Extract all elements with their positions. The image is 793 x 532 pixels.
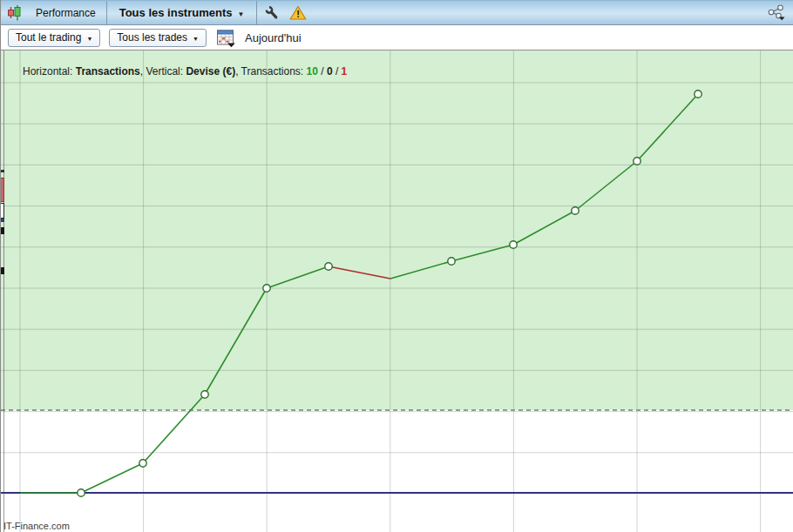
performance-window: Performance Tous les instruments !	[0, 0, 793, 532]
trade-marker	[448, 258, 455, 265]
trade-marker	[695, 91, 702, 98]
chevron-down-icon	[187, 31, 199, 44]
calendar-button[interactable]	[215, 27, 238, 48]
chart-left-border	[3, 51, 4, 532]
trade-marker	[634, 158, 640, 165]
share-button[interactable]	[767, 4, 788, 21]
candlestick-icon	[3, 3, 24, 24]
trade-marker	[78, 489, 85, 496]
wrench-icon	[264, 5, 280, 21]
chevron-down-icon	[233, 6, 245, 19]
window-edge-fragment	[1, 227, 4, 234]
svg-text:!: !	[297, 8, 301, 18]
window-edge-fragment	[1, 178, 4, 202]
window-edge-fragment	[1, 203, 4, 219]
trading-filter-dropdown[interactable]: Tout le trading	[8, 29, 100, 47]
transactions-count-label: Transactions:	[241, 65, 307, 77]
trades-filter-label: Tous les trades	[117, 31, 187, 44]
losses-count: 1	[342, 65, 348, 77]
trade-marker	[139, 460, 146, 467]
share-icon	[767, 4, 788, 21]
instruments-dropdown[interactable]: Tous les instruments	[119, 6, 245, 19]
performance-chart[interactable]: Horizontal: Transactions, Vertical: Devi…	[1, 51, 793, 532]
chart-axis-info: Horizontal: Transactions, Vertical: Devi…	[5, 53, 347, 90]
trade-marker	[510, 241, 517, 248]
settings-wrench-button[interactable]	[261, 3, 282, 24]
vertical-axis-label: Vertical:	[146, 65, 186, 77]
horizontal-axis-label: Horizontal:	[23, 65, 76, 77]
trade-marker	[201, 391, 208, 398]
trade-marker	[325, 263, 332, 270]
warning-icon[interactable]: !	[288, 3, 308, 24]
equity-curve-plot[interactable]	[1, 51, 793, 532]
neutral-count: 0	[327, 65, 333, 77]
vertical-axis-value: Devise (€)	[186, 65, 235, 77]
period-label: Aujourd'hui	[245, 31, 302, 44]
toolbar-separator	[106, 1, 107, 24]
profit-zone	[1, 51, 793, 410]
window-edge-fragment	[1, 267, 4, 274]
window-edge-fragment	[1, 219, 4, 222]
window-edge-fragment	[1, 170, 4, 172]
chevron-down-icon	[227, 43, 235, 47]
trades-filter-dropdown[interactable]: Tous les trades	[109, 29, 207, 47]
filter-toolbar: Tout le trading Tous les trades Aujourd'…	[1, 25, 793, 51]
toolbar-separator	[256, 1, 257, 24]
top-toolbar: Performance Tous les instruments !	[1, 0, 793, 25]
calendar-icon	[216, 28, 237, 48]
watermark: IT-Finance.com	[3, 521, 70, 531]
performance-tab-label: Performance	[36, 7, 96, 19]
trade-marker	[572, 207, 579, 214]
chevron-down-icon	[779, 17, 785, 21]
chevron-down-icon	[81, 31, 92, 44]
horizontal-axis-value: Transactions	[76, 65, 140, 77]
wins-count: 10	[307, 65, 318, 77]
trading-filter-label: Tout le trading	[16, 31, 81, 44]
instruments-dropdown-label: Tous les instruments	[119, 6, 233, 19]
trade-marker	[263, 285, 270, 292]
